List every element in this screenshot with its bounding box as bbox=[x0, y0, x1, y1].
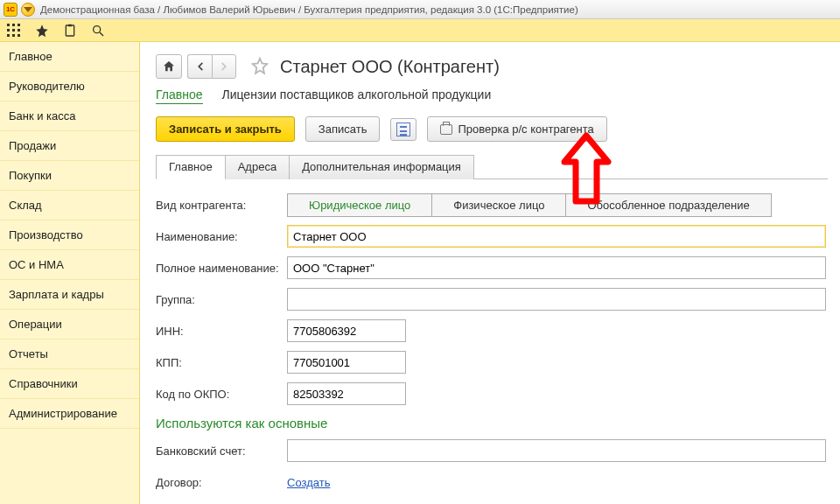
input-name[interactable] bbox=[287, 225, 826, 248]
nav-forward-button[interactable] bbox=[212, 54, 236, 79]
favorite-star-icon[interactable] bbox=[250, 56, 270, 78]
nav-row: Старнет ООО (Контрагент) bbox=[156, 51, 828, 82]
form: Вид контрагента: Юридическое лицо Физиче… bbox=[156, 192, 828, 504]
favorites-star-icon[interactable] bbox=[33, 22, 51, 39]
command-bar: Записать и закрыть Записать Проверка р/с… bbox=[156, 116, 828, 142]
window-titlebar: 1C Демонстрационная база / Любимов Валер… bbox=[0, 0, 840, 19]
label-kpp: КПП: bbox=[156, 356, 287, 369]
type-opt-legal[interactable]: Юридическое лицо bbox=[288, 194, 432, 216]
svg-point-11 bbox=[94, 25, 101, 32]
list-icon bbox=[396, 122, 410, 136]
type-segmented: Юридическое лицо Физическое лицо Обособл… bbox=[287, 193, 772, 217]
svg-rect-6 bbox=[7, 34, 10, 37]
label-name: Наименование: bbox=[156, 230, 287, 243]
type-opt-unit[interactable]: Обособленное подразделение bbox=[566, 194, 770, 216]
svg-rect-2 bbox=[18, 24, 20, 26]
svg-rect-10 bbox=[68, 24, 72, 26]
sidebar-item-operations[interactable]: Операции bbox=[0, 310, 139, 340]
link-create-contract[interactable]: Создать bbox=[287, 476, 330, 489]
titlebar-dropdown-icon[interactable] bbox=[21, 3, 35, 17]
page-title: Старнет ООО (Контрагент) bbox=[280, 57, 500, 77]
sidebar-item-warehouse[interactable]: Склад bbox=[0, 191, 139, 220]
svg-rect-4 bbox=[12, 29, 15, 32]
list-button[interactable] bbox=[390, 118, 416, 141]
main-sidebar: Главное Руководителю Банк и касса Продаж… bbox=[0, 42, 140, 504]
svg-rect-0 bbox=[7, 24, 10, 26]
svg-rect-1 bbox=[12, 24, 15, 26]
section-link-licenses[interactable]: Лицензии поставщиков алкогольной продукц… bbox=[222, 88, 492, 104]
content-pane: Старнет ООО (Контрагент) Главное Лицензи… bbox=[140, 42, 840, 504]
svg-rect-5 bbox=[18, 29, 20, 32]
tab-addresses[interactable]: Адреса bbox=[225, 155, 290, 179]
input-group[interactable] bbox=[287, 288, 826, 311]
sidebar-item-director[interactable]: Руководителю bbox=[0, 72, 139, 102]
window-title: Демонстрационная база / Любимов Валерий … bbox=[40, 4, 578, 15]
tab-additional[interactable]: Дополнительная информация bbox=[289, 155, 474, 179]
svg-rect-9 bbox=[66, 25, 74, 36]
label-type: Вид контрагента: bbox=[156, 199, 287, 212]
tab-main[interactable]: Главное bbox=[156, 155, 226, 179]
sidebar-item-admin[interactable]: Администрирование bbox=[0, 399, 139, 429]
sidebar-item-main[interactable]: Главное bbox=[0, 42, 139, 72]
input-bank[interactable] bbox=[287, 439, 826, 462]
save-button[interactable]: Записать bbox=[305, 116, 381, 142]
input-okpo[interactable] bbox=[287, 382, 406, 405]
svg-rect-3 bbox=[7, 29, 10, 32]
check-account-button[interactable]: Проверка р/с контрагента bbox=[427, 116, 606, 142]
input-fullname[interactable] bbox=[287, 256, 826, 279]
input-kpp[interactable] bbox=[287, 351, 406, 374]
heading-main-defaults: Используются как основные bbox=[156, 416, 828, 430]
label-group: Группа: bbox=[156, 293, 287, 306]
nav-back-button[interactable] bbox=[187, 54, 212, 79]
search-icon[interactable] bbox=[89, 22, 107, 39]
label-bank: Банковский счет: bbox=[156, 444, 287, 458]
sidebar-item-payroll[interactable]: Зарплата и кадры bbox=[0, 280, 139, 310]
svg-rect-8 bbox=[18, 34, 20, 37]
sidebar-item-production[interactable]: Производство bbox=[0, 220, 139, 250]
label-inn: ИНН: bbox=[156, 325, 287, 338]
sidebar-item-purchases[interactable]: Покупки bbox=[0, 161, 139, 191]
svg-rect-7 bbox=[12, 34, 15, 37]
app-icon: 1C bbox=[4, 3, 18, 17]
label-contract: Договор: bbox=[156, 476, 287, 489]
save-close-button[interactable]: Записать и закрыть bbox=[156, 116, 295, 142]
input-inn[interactable] bbox=[287, 319, 406, 342]
iconbar bbox=[0, 19, 840, 42]
section-links: Главное Лицензии поставщиков алкогольной… bbox=[156, 88, 828, 104]
home-button[interactable] bbox=[156, 54, 182, 79]
sidebar-item-assets[interactable]: ОС и НМА bbox=[0, 250, 139, 280]
sidebar-item-reports[interactable]: Отчеты bbox=[0, 340, 139, 369]
section-link-main[interactable]: Главное bbox=[156, 88, 203, 104]
label-fullname: Полное наименование: bbox=[156, 262, 287, 275]
svg-line-12 bbox=[100, 32, 103, 36]
sidebar-item-sales[interactable]: Продажи bbox=[0, 131, 139, 161]
printer-icon bbox=[440, 124, 452, 135]
sidebar-item-catalogs[interactable]: Справочники bbox=[0, 369, 139, 399]
grid-icon[interactable] bbox=[5, 22, 23, 39]
check-account-label: Проверка р/с контрагента bbox=[458, 122, 593, 136]
tabs: Главное Адреса Дополнительная информация bbox=[156, 154, 828, 179]
label-okpo: Код по ОКПО: bbox=[156, 388, 287, 401]
clipboard-icon[interactable] bbox=[61, 22, 79, 39]
type-opt-person[interactable]: Физическое лицо bbox=[432, 194, 566, 216]
sidebar-item-bank[interactable]: Банк и касса bbox=[0, 102, 139, 131]
